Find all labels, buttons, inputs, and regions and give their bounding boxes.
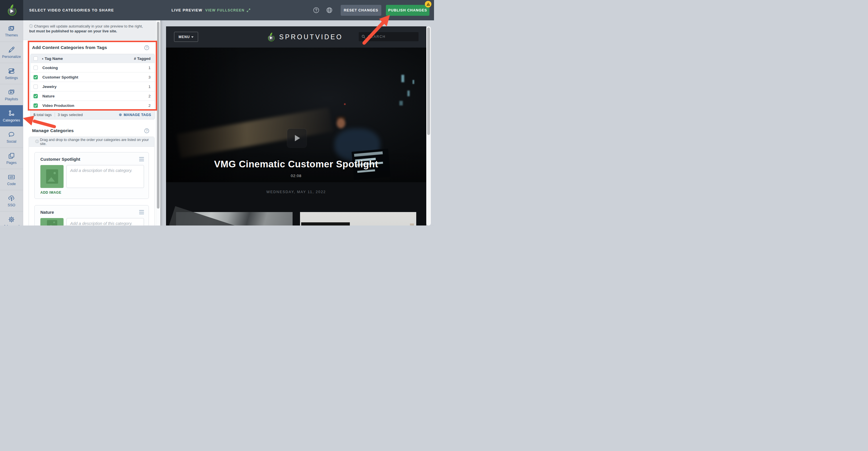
tag-name: Cooking bbox=[42, 66, 58, 70]
sort-arrow-icon[interactable]: ▲ bbox=[41, 57, 44, 60]
sproutvideo-logo-icon bbox=[266, 31, 276, 43]
tag-name: Customer Spotlight bbox=[42, 75, 78, 79]
toggles-icon bbox=[8, 67, 15, 75]
category-image-placeholder[interactable] bbox=[40, 218, 64, 225]
tags-help-icon[interactable]: ? bbox=[144, 45, 149, 50]
tags-selected-label: 3 tags selected bbox=[58, 113, 83, 117]
video-player[interactable]: VMG Cinematic Customer Spotlight 02:08 bbox=[166, 48, 426, 182]
sidebar-label: Code bbox=[7, 182, 16, 186]
category-description-input[interactable] bbox=[66, 218, 144, 225]
sidebar-item-sso[interactable]: SSO bbox=[0, 190, 23, 211]
play-button[interactable] bbox=[287, 129, 307, 147]
panel-scrollbar-thumb[interactable] bbox=[157, 22, 159, 208]
sidebar-label: Personalize bbox=[2, 55, 21, 59]
sidebar-item-advanced[interactable]: Advanced bbox=[0, 211, 23, 225]
video-thumbnail[interactable] bbox=[300, 212, 416, 225]
help-icon[interactable] bbox=[313, 7, 319, 13]
table-row: Jewelry 1 bbox=[31, 82, 155, 91]
video-thumbnail[interactable] bbox=[176, 212, 292, 225]
sso-key-cloud-icon bbox=[8, 195, 15, 202]
sidebar-label: Settings bbox=[5, 76, 18, 80]
tag-count: 2 bbox=[148, 104, 151, 108]
settings-panel: ⓘChanges will update automatically in yo… bbox=[23, 20, 156, 225]
sidebar-item-categories[interactable]: Categories bbox=[0, 105, 23, 126]
sidebar-nav: Themes Personalize Settings Playlists bbox=[0, 20, 23, 225]
tags-section-title: Add Content Categories from Tags bbox=[32, 45, 107, 50]
manage-tags-button[interactable]: MANAGE TAGS bbox=[119, 113, 151, 117]
sidebar-item-themes[interactable]: Themes bbox=[0, 20, 23, 41]
panel-scrollbar[interactable] bbox=[156, 20, 160, 225]
video-date: WEDNESDAY, MAY 11, 2022 bbox=[166, 190, 426, 194]
site-preview: MENU SPROUTVIDEO bbox=[166, 26, 426, 225]
category-description-input[interactable] bbox=[66, 165, 144, 188]
video-title: VMG Cinematic Customer Spotlight bbox=[166, 159, 426, 170]
reset-changes-button[interactable]: RESET CHANGES bbox=[341, 5, 381, 16]
notice-text: Changes will update automatically in you… bbox=[34, 24, 143, 28]
sidebar-label: SSO bbox=[8, 203, 15, 207]
sidebar-item-settings[interactable]: Settings bbox=[0, 63, 23, 84]
tag-checkbox[interactable] bbox=[33, 85, 38, 89]
sidebar-item-social[interactable]: Social bbox=[0, 126, 23, 147]
categories-section-header: Manage Categories ? bbox=[32, 128, 149, 133]
sproutvideo-logo-icon bbox=[5, 4, 18, 17]
check-icon bbox=[34, 76, 37, 79]
select-all-checkbox[interactable] bbox=[33, 56, 38, 61]
sidebar-item-code[interactable]: Code bbox=[0, 169, 23, 190]
categories-section-title: Manage Categories bbox=[32, 128, 74, 133]
drag-handle-icon[interactable] bbox=[139, 156, 144, 162]
info-icon: ⓘ bbox=[29, 24, 33, 29]
tags-section-header: Add Content Categories from Tags ? bbox=[32, 45, 149, 50]
sidebar-label: Themes bbox=[5, 33, 18, 37]
pencil-icon bbox=[8, 46, 15, 54]
column-tag-name[interactable]: Tag Name bbox=[45, 56, 63, 61]
app-logo[interactable] bbox=[0, 0, 23, 20]
site-brand[interactable]: SPROUTVIDEO bbox=[266, 26, 343, 48]
tag-name: Nature bbox=[42, 94, 55, 98]
sidebar-item-pages[interactable]: Pages bbox=[0, 147, 23, 169]
drag-handle-icon[interactable] bbox=[139, 209, 144, 215]
preview-scrollbar-thumb[interactable] bbox=[427, 28, 430, 135]
view-fullscreen-label: VIEW FULLSCREEN bbox=[205, 8, 245, 12]
table-row: Nature 2 bbox=[31, 91, 155, 101]
drag-drop-notice-text: Drag and drop to change the order your c… bbox=[40, 138, 155, 146]
site-search-box[interactable] bbox=[359, 32, 418, 41]
tag-checkbox[interactable] bbox=[33, 66, 38, 70]
globe-icon[interactable] bbox=[326, 7, 333, 13]
manage-categories-panel: ⓘ Drag and drop to change the order your… bbox=[29, 137, 155, 225]
category-image-placeholder[interactable] bbox=[40, 165, 64, 188]
live-preview-region: MENU SPROUTVIDEO bbox=[160, 20, 434, 225]
sidebar-label: Social bbox=[7, 140, 16, 144]
tag-count: 2 bbox=[148, 94, 151, 98]
tag-checkbox[interactable] bbox=[33, 94, 38, 98]
site-menu-button[interactable]: MENU bbox=[174, 32, 198, 42]
tag-name: Video Production bbox=[42, 104, 74, 108]
manage-tags-label: MANAGE TAGS bbox=[124, 113, 151, 117]
publish-changes-button[interactable]: PUBLISH CHANGES bbox=[386, 5, 429, 16]
tag-count: 1 bbox=[148, 85, 151, 89]
themes-icon bbox=[8, 25, 15, 32]
expand-icon bbox=[247, 8, 250, 12]
table-row: Video Production 2 bbox=[31, 101, 155, 110]
column-num-tagged[interactable]: # Tagged bbox=[134, 56, 151, 61]
gear-icon bbox=[119, 113, 122, 117]
table-row: Customer Spotlight 3 bbox=[31, 72, 155, 82]
add-image-button[interactable]: ADD IMAGE bbox=[40, 191, 64, 195]
sidebar-item-personalize[interactable]: Personalize bbox=[0, 41, 23, 63]
site-header: MENU SPROUTVIDEO bbox=[166, 26, 426, 48]
video-meta-section: WEDNESDAY, MAY 11, 2022 bbox=[166, 182, 426, 225]
sidebar-item-playlists[interactable]: Playlists bbox=[0, 84, 23, 105]
search-input[interactable] bbox=[368, 35, 414, 39]
tags-table: ▲ Tag Name # Tagged Cooking 1 Customer S… bbox=[30, 54, 155, 110]
video-duration: 02:08 bbox=[166, 174, 426, 178]
search-icon bbox=[362, 35, 366, 39]
notice-bold-text: but must be published to appear on your … bbox=[29, 29, 117, 33]
tags-table-footer: 5 total tags 3 tags selected MANAGE TAGS bbox=[30, 110, 155, 119]
caret-down-icon bbox=[191, 36, 193, 38]
preview-scrollbar[interactable] bbox=[426, 26, 431, 225]
sidebar-label: Playlists bbox=[5, 97, 18, 101]
tag-checkbox[interactable] bbox=[33, 75, 38, 79]
menu-label: MENU bbox=[179, 35, 190, 39]
tag-checkbox[interactable] bbox=[33, 104, 38, 108]
categories-help-icon[interactable]: ? bbox=[144, 129, 149, 133]
view-fullscreen-link[interactable]: VIEW FULLSCREEN bbox=[205, 0, 250, 20]
